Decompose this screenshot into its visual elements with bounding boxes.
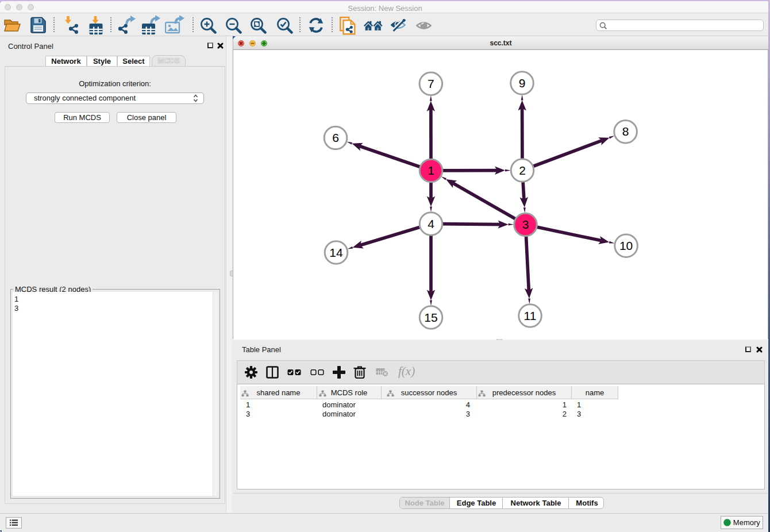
svg-text:4: 4 bbox=[428, 217, 434, 230]
svg-text:2: 2 bbox=[519, 164, 526, 177]
svg-text:14: 14 bbox=[329, 246, 343, 259]
svg-text:9: 9 bbox=[519, 76, 526, 90]
svg-text:7: 7 bbox=[428, 77, 434, 90]
svg-text:11: 11 bbox=[524, 309, 537, 322]
svg-text:10: 10 bbox=[619, 239, 633, 252]
svg-text:8: 8 bbox=[622, 125, 629, 138]
svg-text:6: 6 bbox=[332, 131, 339, 144]
svg-text:15: 15 bbox=[424, 311, 437, 324]
svg-text:3: 3 bbox=[522, 218, 529, 231]
svg-text:1: 1 bbox=[428, 164, 434, 177]
